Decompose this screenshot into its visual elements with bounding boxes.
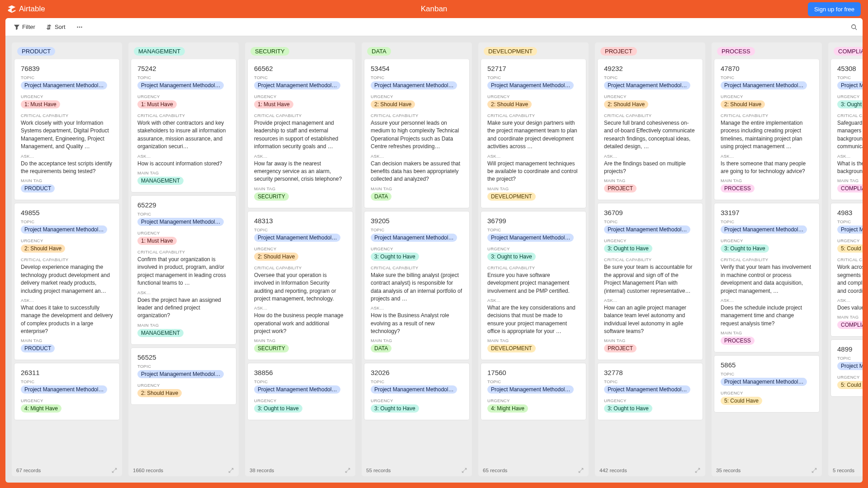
field-label-maintag: MAIN TAG [487,186,580,191]
kanban-card[interactable]: 66562TOPICProject Management Methodol…UR… [248,59,353,208]
critical-capability-text: Make sure the billing analyst (project c… [371,272,463,303]
column-tag[interactable]: COMPLIANCE [834,47,863,56]
kanban-card[interactable]: 36709TOPICProject Management Methodol…UR… [598,203,703,360]
workspace: Filter Sort PRODUCT76839TOPICProject Man… [5,18,863,483]
field-label-topic: TOPIC [371,227,463,232]
filter-button[interactable]: Filter [11,22,38,32]
expand-icon[interactable] [811,467,817,474]
maintag-pill: DATA [371,344,392,352]
card-id: 76839 [21,65,113,72]
kanban-card[interactable]: 39205TOPICProject Management Methodol…UR… [364,211,469,360]
card-list[interactable]: 49232TOPICProject Management Methodol…UR… [595,59,705,465]
card-list[interactable]: 53454TOPICProject Management Methodol…UR… [362,59,472,465]
signup-button[interactable]: Sign up for free [808,2,861,16]
logo[interactable]: Airtable [7,5,45,14]
column-header: DEVELOPMENT [478,42,589,59]
record-count: 55 records [366,468,391,473]
card-list[interactable]: 76839TOPICProject Management Methodol…UR… [12,59,122,465]
field-label-critical: CRITICAL CAPABILITY [487,265,580,270]
column-header: PROJECT [595,42,705,59]
maintag-pill: PRODUCT [21,344,55,352]
card-list[interactable]: 47870TOPICProject Management Methodol…UR… [712,59,822,465]
expand-icon[interactable] [228,467,234,474]
field-label-topic: TOPIC [721,75,813,80]
field-label-maintag: MAIN TAG [837,314,863,319]
filter-icon [14,24,20,30]
field-label-ask: ASK… [837,298,863,303]
kanban-card[interactable]: 33197TOPICProject Management Methodol…UR… [714,203,819,352]
kanban-card[interactable]: 52717TOPICProject Management Methodol…UR… [481,59,586,208]
urgency-pill: 1: Must Have [21,100,60,108]
kanban-card[interactable]: 48313TOPICProject Management Methodol…UR… [248,211,353,360]
urgency-pill: 3: Ought to Have [371,404,419,413]
expand-icon[interactable] [111,467,118,474]
maintag-pill: COMPLIANCE [837,321,863,329]
kanban-card[interactable]: 49232TOPICProject Management Methodol…UR… [598,59,703,200]
kanban-card[interactable]: 47870TOPICProject Management Methodol…UR… [714,59,819,200]
column-tag[interactable]: SECURITY [250,47,289,56]
kanban-card[interactable]: 5865TOPICProject Management Methodol…URG… [714,356,819,412]
svg-point-0 [77,26,78,28]
kanban-card[interactable]: 4899TOPICProject Management Methodol…URG… [831,340,863,396]
maintag-pill: PROCESS [721,184,755,192]
more-button[interactable] [74,22,85,32]
card-list[interactable]: 45308TOPICProject Management Methodol…UR… [828,59,863,465]
card-id: 32778 [604,369,696,376]
field-label-maintag: MAIN TAG [21,178,113,183]
top-bar: Airtable Kanban Sign up for free [0,0,868,18]
card-list[interactable]: 66562TOPICProject Management Methodol…UR… [245,59,355,465]
card-list[interactable]: 75242TOPICProject Management Methodol…UR… [128,59,239,465]
kanban-card[interactable]: 32778TOPICProject Management Methodol…UR… [598,363,703,420]
field-label-topic: TOPIC [487,227,580,232]
kanban-card[interactable]: 36799TOPICProject Management Methodol…UR… [481,211,586,360]
column-tag[interactable]: MANAGEMENT [134,47,185,56]
record-count: 67 records [16,468,41,473]
kanban-card[interactable]: 65229TOPICProject Management Methodol…UR… [131,196,236,344]
kanban-card[interactable]: 38856TOPICProject Management Methodol…UR… [248,363,353,420]
kanban-card[interactable]: 45308TOPICProject Management Methodol…UR… [831,59,863,200]
field-label-topic: TOPIC [21,219,113,224]
field-label-urgency: URGENCY [721,390,813,395]
topic-pill: Project Management Methodol… [721,378,807,386]
field-label-ask: ASK… [21,154,113,159]
kanban-card[interactable]: 17560TOPICProject Management Methodol…UR… [481,363,586,420]
sort-button[interactable]: Sort [43,22,68,32]
maintag-pill: DEVELOPMENT [487,192,536,201]
card-list[interactable]: 52717TOPICProject Management Methodol…UR… [478,59,589,465]
topic-pill: Project Management Methodol… [254,234,340,242]
kanban-card[interactable]: 49855TOPICProject Management Methodol…UR… [14,203,119,360]
topic-pill: Project Management Methodol… [837,362,863,370]
field-label-maintag: MAIN TAG [254,338,346,343]
card-id: 17560 [487,369,580,376]
field-label-urgency: URGENCY [254,94,346,99]
column-tag[interactable]: DATA [367,47,391,56]
search-icon[interactable] [851,24,857,30]
kanban-card[interactable]: 4983TOPICProject Management Methodol…URG… [831,203,863,336]
expand-icon[interactable] [344,467,351,474]
column-tag[interactable]: PROCESS [717,47,755,56]
expand-icon[interactable] [694,467,701,474]
kanban-card[interactable]: 75242TOPICProject Management Methodol…UR… [131,59,236,192]
urgency-pill: 4: Might Have [487,404,528,413]
kanban-board[interactable]: PRODUCT76839TOPICProject Management Meth… [5,36,863,483]
field-label-critical: CRITICAL CAPABILITY [371,113,463,118]
field-label-urgency: URGENCY [254,246,346,251]
field-label-topic: TOPIC [604,219,696,224]
kanban-card[interactable]: 26311TOPICProject Management Methodol…UR… [14,363,119,420]
field-label-ask: ASK… [721,154,813,159]
field-label-maintag: MAIN TAG [371,338,463,343]
field-label-urgency: URGENCY [604,398,696,403]
column-tag[interactable]: DEVELOPMENT [484,47,537,56]
expand-icon[interactable] [461,467,467,474]
column-tag[interactable]: PROJECT [600,47,637,56]
expand-icon[interactable] [578,467,584,474]
column-tag[interactable]: PRODUCT [17,47,55,56]
column-footer: 65 records [478,465,589,476]
kanban-card[interactable]: 56525TOPICProject Management Methodol…UR… [131,348,236,404]
ask-text: How far away is the nearest emergency se… [254,160,346,183]
record-count: 5 records [833,468,854,473]
kanban-card[interactable]: 32026TOPICProject Management Methodol…UR… [364,363,469,420]
kanban-card[interactable]: 53454TOPICProject Management Methodol…UR… [364,59,469,208]
record-count: 35 records [716,468,741,473]
kanban-card[interactable]: 76839TOPICProject Management Methodol…UR… [14,59,119,200]
